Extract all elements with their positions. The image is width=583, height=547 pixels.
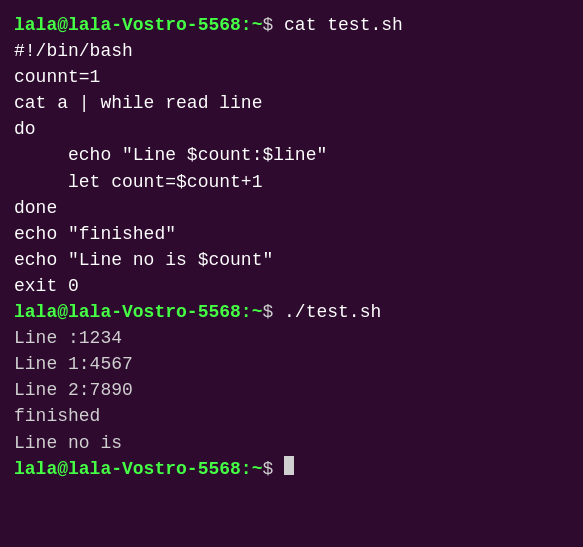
prompt-path: :~ [241,299,263,325]
prompt-path: :~ [241,12,263,38]
prompt-dollar: $ [262,456,284,482]
terminal-line: Line no is [14,430,569,456]
terminal-line: let count=$count+1 [14,169,569,195]
terminal-line: echo "Line $count:$line" [14,142,569,168]
code-line: echo "Line $count:$line" [14,142,327,168]
terminal-window: lala@lala-Vostro-5568:~$ cat test.sh #!/… [14,12,569,535]
prompt-user: lala@lala-Vostro-5568 [14,456,241,482]
output-finished: finished [14,403,100,429]
terminal-line: lala@lala-Vostro-5568:~$ ./test.sh [14,299,569,325]
command-text: ./test.sh [284,299,381,325]
terminal-cursor[interactable] [284,456,294,475]
terminal-line: #!/bin/bash [14,38,569,64]
prompt-user: lala@lala-Vostro-5568 [14,299,241,325]
code-line: cat a | while read line [14,90,262,116]
terminal-line: cat a | while read line [14,90,569,116]
output-line: Line 2:7890 [14,377,133,403]
terminal-line: lala@lala-Vostro-5568:~$ [14,456,569,482]
terminal-line: lala@lala-Vostro-5568:~$ cat test.sh [14,12,569,38]
code-line: #!/bin/bash [14,38,133,64]
terminal-line: exit 0 [14,273,569,299]
output-line: Line :1234 [14,325,122,351]
prompt-user: lala@lala-Vostro-5568 [14,12,241,38]
code-line: counnt=1 [14,64,100,90]
terminal-line: do [14,116,569,142]
terminal-line: finished [14,403,569,429]
code-line: let count=$count+1 [14,169,262,195]
output-line: Line 1:4567 [14,351,133,377]
code-line: echo "finished" [14,221,176,247]
terminal-line: counnt=1 [14,64,569,90]
code-line: exit 0 [14,273,79,299]
prompt-dollar: $ [262,12,284,38]
terminal-line: Line 2:7890 [14,377,569,403]
prompt-path: :~ [241,456,263,482]
output-line-no: Line no is [14,430,122,456]
prompt-dollar: $ [262,299,284,325]
code-line: do [14,116,36,142]
terminal-line: Line :1234 [14,325,569,351]
terminal-line: done [14,195,569,221]
terminal-line: echo "Line no is $count" [14,247,569,273]
code-line: echo "Line no is $count" [14,247,273,273]
terminal-line: echo "finished" [14,221,569,247]
code-line: done [14,195,57,221]
terminal-line: Line 1:4567 [14,351,569,377]
command-text: cat test.sh [284,12,403,38]
